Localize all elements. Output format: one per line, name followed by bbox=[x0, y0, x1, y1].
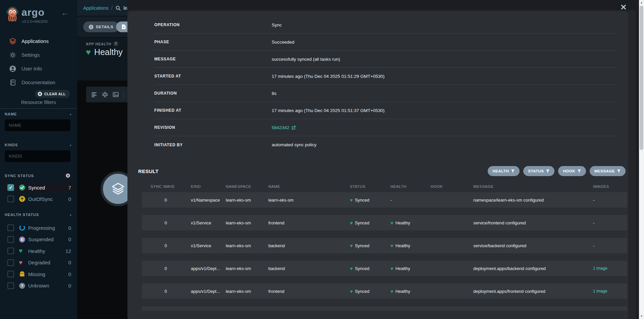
result-title: RESULT bbox=[138, 168, 484, 174]
external-link-icon bbox=[291, 125, 296, 130]
result-row: 0v1/Servicelearn-eks-smfrontend♥Synced♥H… bbox=[142, 215, 627, 230]
gear-icon bbox=[9, 51, 17, 59]
filter-item-missing[interactable]: Missing0 bbox=[3, 269, 74, 279]
images-link[interactable]: 1 image bbox=[593, 266, 627, 271]
checkbox[interactable]: ✓ bbox=[7, 184, 14, 191]
breadcrumb-applications-link[interactable]: Applications bbox=[83, 5, 109, 11]
scrollbar-thumb[interactable] bbox=[640, 6, 643, 150]
filter-count: 0 bbox=[68, 271, 71, 277]
kinds-filter-input[interactable] bbox=[5, 150, 70, 162]
sidebar-item-settings[interactable]: Settings bbox=[0, 48, 77, 62]
namespace-cell: learn-eks-sm bbox=[226, 266, 268, 271]
filter-count: 0 bbox=[68, 283, 71, 288]
health-cell: ♥Healthy bbox=[390, 243, 431, 248]
filter-item-degraded[interactable]: ♥Degraded0 bbox=[3, 258, 74, 268]
filter-count: 12 bbox=[65, 248, 71, 254]
sidebar-nav: ApplicationsSettingsUser InfoDocumentati… bbox=[0, 34, 77, 89]
checkbox[interactable] bbox=[7, 259, 14, 266]
sidebar-item-documentation[interactable]: Documentation bbox=[0, 75, 77, 89]
heart-icon: ♥ bbox=[350, 198, 353, 203]
suspended-icon bbox=[19, 236, 25, 243]
filter-item-unknown[interactable]: ?Unknown0 bbox=[3, 281, 74, 291]
details-button[interactable]: DETAILS bbox=[83, 21, 119, 32]
filter-count: 0 bbox=[68, 196, 71, 202]
filter-item-suspended[interactable]: Suspended0 bbox=[3, 234, 74, 245]
filter-item-synced[interactable]: ✓Synced7 bbox=[3, 182, 74, 193]
help-icon[interactable]: ? bbox=[113, 41, 118, 46]
checkbox[interactable] bbox=[7, 282, 14, 289]
sync-wave-cell: 0 bbox=[151, 220, 191, 225]
screenshot-icon[interactable] bbox=[112, 91, 119, 98]
scroll-down-icon[interactable]: ▼ bbox=[639, 314, 644, 319]
scroll-up-icon[interactable]: ▲ bbox=[639, 0, 644, 5]
hook-filter-button[interactable]: HOOK bbox=[558, 166, 586, 176]
sidebar-item-user-info[interactable]: User Info bbox=[0, 62, 77, 75]
checkbox[interactable] bbox=[7, 236, 14, 243]
detail-row: REVISION5842342 bbox=[154, 119, 616, 136]
result-row: 0apps/v1/Depl...learn-eks-smbackend♥Sync… bbox=[142, 261, 627, 276]
result-table-header: SYNC WAVEKINDNAMESPACENAMESTATUSHEALTHHO… bbox=[142, 181, 627, 192]
detail-label: STARTED AT bbox=[154, 74, 272, 78]
sidebar-item-applications[interactable]: Applications bbox=[0, 34, 77, 48]
filter-count: 0 bbox=[68, 236, 71, 242]
detail-row: INITIATED BYautomated sync policy bbox=[154, 136, 616, 153]
images-cell: - bbox=[593, 198, 627, 203]
message-filter-button[interactable]: MESSAGE bbox=[590, 166, 626, 176]
filter-item-outofsync[interactable]: OutOfSync0 bbox=[3, 194, 74, 204]
compress-icon[interactable] bbox=[102, 91, 108, 98]
health-filter-button[interactable]: HEALTH bbox=[488, 166, 520, 176]
detail-row: STARTED AT17 minutes ago (Thu Dec 04 202… bbox=[154, 68, 616, 85]
checkbox[interactable] bbox=[7, 224, 14, 231]
detail-value: 17 minutes ago (Thu Dec 04 2025 01:51:29… bbox=[272, 74, 385, 79]
name-cell: frontend bbox=[268, 289, 350, 294]
filter-item-progressing[interactable]: Progressing0 bbox=[3, 223, 74, 233]
status-filter-button[interactable]: STATUS bbox=[523, 166, 554, 176]
synced-icon bbox=[19, 184, 25, 191]
sidebar-collapse-icon[interactable]: ← bbox=[61, 8, 69, 17]
message-cell: service/backend configured bbox=[473, 243, 593, 248]
clear-sync-filter-button[interactable] bbox=[63, 172, 72, 179]
sync-status-label: SYNC STATUS bbox=[5, 174, 34, 178]
checkbox[interactable] bbox=[7, 196, 14, 202]
collapse-name-icon[interactable]: ▲ bbox=[69, 112, 72, 116]
collapse-health-icon[interactable]: ▲ bbox=[69, 213, 72, 216]
detail-row: DURATION8s bbox=[154, 85, 616, 102]
images-link[interactable]: 1 image bbox=[593, 289, 627, 294]
health-cell: ♥Healthy bbox=[390, 289, 431, 294]
scrollbar[interactable]: ▲ ▼ bbox=[639, 0, 644, 319]
namespace-cell: learn-eks-sm bbox=[226, 198, 268, 203]
column-header: KIND bbox=[191, 184, 226, 189]
filter-item-healthy[interactable]: ♥Healthy12 bbox=[3, 246, 74, 256]
heart-icon: ♥ bbox=[350, 220, 353, 225]
detail-label: OPERATION bbox=[154, 22, 272, 27]
kind-cell: v1/Service bbox=[191, 243, 226, 248]
message-cell: deployment.apps/frontend configured bbox=[473, 289, 593, 294]
healthy-heart-icon: ♥ bbox=[86, 48, 91, 56]
close-icon[interactable]: × bbox=[619, 1, 628, 13]
result-row: 0v1/Namespacelearn-eks-smlearn-eks-sm♥Sy… bbox=[142, 192, 627, 208]
column-header: NAMESPACE bbox=[226, 184, 268, 189]
result-table: 0v1/Namespacelearn-eks-smlearn-eks-sm♥Sy… bbox=[127, 192, 628, 311]
detail-row: PHASESucceeded bbox=[154, 34, 616, 51]
detail-row: FINISHED AT17 minutes ago (Thu Dec 04 20… bbox=[154, 102, 616, 119]
checkbox[interactable] bbox=[7, 271, 14, 277]
result-row-partial bbox=[142, 306, 627, 311]
health-status-label: HEALTH STATUS bbox=[5, 213, 39, 217]
collapse-kinds-icon[interactable]: ▲ bbox=[69, 143, 72, 147]
detail-value: Succeeded bbox=[272, 40, 294, 45]
name-filter-input[interactable] bbox=[5, 119, 70, 131]
images-cell: - bbox=[593, 220, 627, 225]
result-row: 0apps/v1/Depl...learn-eks-smfrontend♥Syn… bbox=[142, 283, 627, 299]
name-cell: backend bbox=[268, 243, 350, 248]
health-cell: ♥Healthy bbox=[390, 220, 431, 225]
healthy-heart-icon: ♥ bbox=[19, 248, 25, 254]
list-view-icon[interactable] bbox=[91, 91, 98, 98]
clear-all-button[interactable]: CLEAR ALL bbox=[35, 90, 70, 98]
detail-label: INITIATED BY bbox=[154, 143, 272, 147]
column-header: STATUS bbox=[350, 184, 390, 189]
checkbox[interactable] bbox=[7, 248, 14, 254]
funnel-icon bbox=[511, 169, 515, 173]
info-icon bbox=[89, 24, 94, 30]
funnel-icon bbox=[617, 169, 621, 173]
revision-link[interactable]: 5842342 bbox=[272, 125, 296, 130]
